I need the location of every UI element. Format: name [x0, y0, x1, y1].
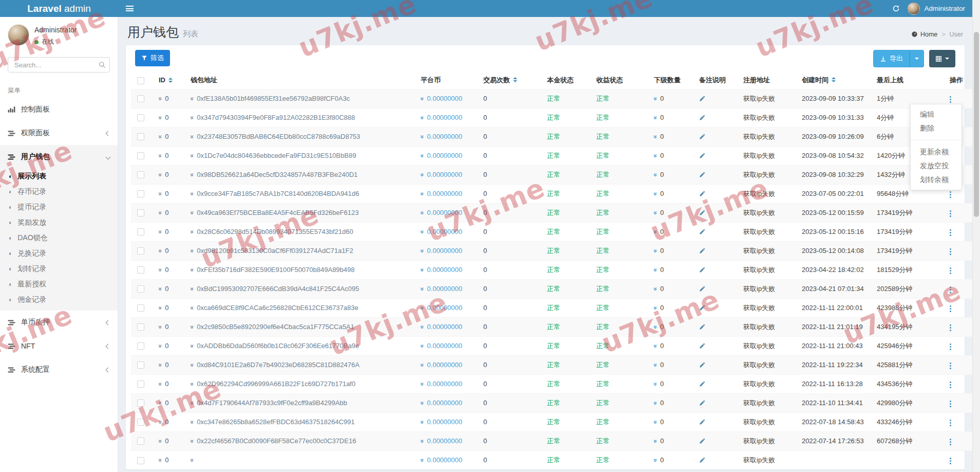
row-actions-icon[interactable]: [950, 324, 951, 326]
sort-icon[interactable]: [832, 77, 836, 82]
sidebar-subitem[interactable]: ◐最新授权: [0, 277, 118, 292]
expand-icon[interactable]: »: [652, 173, 659, 177]
expand-icon[interactable]: »: [157, 344, 164, 348]
wallet-address[interactable]: 0x28C6c06298d514Db089934071355E5743bf21d…: [197, 228, 353, 235]
expand-icon[interactable]: »: [419, 364, 426, 367]
expand-icon[interactable]: »: [157, 364, 164, 367]
wallet-address[interactable]: 0xFEf35b716dF382E590E9100F50070b849A89b4…: [197, 266, 354, 274]
expand-icon[interactable]: »: [189, 230, 196, 234]
expand-icon[interactable]: »: [419, 97, 426, 101]
row-actions-icon[interactable]: [950, 210, 951, 212]
wallet-address[interactable]: 0x49ca963Ef75BCEBa8E4A5F4cEAB5Fd326beF61…: [197, 209, 359, 216]
refresh-button[interactable]: [892, 5, 900, 12]
row-checkbox[interactable]: [137, 114, 144, 121]
user-menu[interactable]: Administrator: [908, 3, 965, 15]
expand-icon[interactable]: »: [419, 211, 426, 215]
platform-coin-value[interactable]: 0.00000000: [427, 114, 462, 121]
edit-note-icon[interactable]: [699, 209, 706, 217]
row-checkbox[interactable]: [137, 419, 144, 426]
row-actions-icon[interactable]: [950, 305, 951, 307]
wallet-address[interactable]: 0x98DB526621a64Dec5cfD324857A487B3FBe240…: [197, 171, 357, 178]
expand-icon[interactable]: »: [157, 287, 164, 291]
row-checkbox[interactable]: [137, 342, 144, 350]
expand-icon[interactable]: »: [652, 192, 659, 196]
wallet-address[interactable]: 0x2c9850cB5e8920290ef6e4Cbac5ca1F775CCa5…: [197, 323, 354, 331]
platform-coin-value[interactable]: 0.00000000: [427, 361, 462, 369]
expand-icon[interactable]: »: [189, 173, 196, 177]
column-selector-button[interactable]: [929, 50, 955, 67]
expand-icon[interactable]: »: [419, 287, 426, 291]
sidebar-subitem[interactable]: ◐存币记录: [0, 184, 118, 199]
edit-note-icon[interactable]: [699, 400, 706, 408]
expand-icon[interactable]: »: [652, 440, 659, 443]
row-checkbox[interactable]: [137, 400, 144, 407]
expand-icon[interactable]: »: [652, 344, 659, 348]
row-actions-icon[interactable]: [950, 382, 951, 383]
expand-icon[interactable]: »: [419, 116, 426, 120]
expand-icon[interactable]: »: [157, 421, 164, 424]
wallet-address[interactable]: 0x22cf46567B0Cd0090F68F58Ce77ec00c0C37DE…: [197, 437, 356, 445]
expand-icon[interactable]: »: [189, 364, 196, 367]
menu-item-airdrop[interactable]: 发放空投: [911, 159, 962, 173]
expand-icon[interactable]: »: [189, 192, 196, 196]
expand-icon[interactable]: »: [157, 211, 164, 215]
expand-icon[interactable]: »: [157, 459, 164, 462]
expand-icon[interactable]: »: [652, 402, 659, 405]
platform-coin-value[interactable]: 0.00000000: [427, 133, 462, 140]
wallet-address[interactable]: 0xBdC19953092707E666CdB39dA4c841F25C4Ac0…: [197, 285, 359, 293]
sidebar-subitem[interactable]: ◐提币记录: [0, 199, 118, 215]
expand-icon[interactable]: »: [189, 344, 196, 348]
expand-icon[interactable]: »: [419, 192, 426, 196]
expand-icon[interactable]: »: [652, 459, 659, 462]
expand-icon[interactable]: »: [419, 154, 426, 158]
sidebar-subitem[interactable]: ◐展示列表: [0, 169, 118, 184]
sidebar-item-permission[interactable]: 权限面板: [0, 121, 118, 145]
wallet-address[interactable]: 0xADDBb6DdaD560f6b0b1C8c062F306Ee61770Ba…: [197, 342, 359, 350]
row-checkbox[interactable]: [137, 380, 144, 388]
expand-icon[interactable]: »: [157, 249, 164, 253]
expand-icon[interactable]: »: [419, 344, 426, 348]
expand-icon[interactable]: »: [189, 135, 196, 139]
expand-icon[interactable]: »: [189, 459, 196, 462]
platform-coin-value[interactable]: 0.00000000: [427, 285, 462, 293]
sidebar-subitem[interactable]: ◐划转记录: [0, 261, 118, 277]
expand-icon[interactable]: »: [652, 135, 659, 139]
sidebar-subitem[interactable]: ◐兑换记录: [0, 246, 118, 261]
row-checkbox[interactable]: [137, 266, 144, 274]
sidebar-subitem[interactable]: ◐佣金记录: [0, 292, 118, 307]
scrollbar-thumb[interactable]: [974, 32, 979, 217]
platform-coin-value[interactable]: 0.00000000: [427, 380, 462, 388]
menu-item-update-balance[interactable]: 更新余额: [911, 145, 962, 159]
expand-icon[interactable]: »: [189, 383, 196, 386]
expand-icon[interactable]: »: [419, 230, 426, 234]
row-checkbox[interactable]: [137, 247, 144, 255]
expand-icon[interactable]: »: [189, 287, 196, 291]
sort-icon[interactable]: [513, 77, 517, 82]
wallet-address[interactable]: 0x23748E3057BdBAB6C64EDb80ccC8788c69aD87…: [197, 133, 360, 140]
row-checkbox[interactable]: [137, 209, 144, 216]
expand-icon[interactable]: »: [157, 116, 164, 120]
wallet-address[interactable]: 0x9cce34F7aB185c7ABA1b7C8140d620B4BDA941…: [197, 190, 359, 197]
platform-coin-value[interactable]: 0.00000000: [427, 456, 462, 464]
edit-note-icon[interactable]: [699, 133, 706, 141]
expand-icon[interactable]: »: [652, 249, 659, 253]
platform-coin-value[interactable]: 0.00000000: [427, 399, 462, 407]
platform-coin-value[interactable]: 0.00000000: [427, 418, 462, 426]
expand-icon[interactable]: »: [189, 268, 196, 272]
sidebar-toggle-button[interactable]: [118, 0, 141, 17]
edit-note-icon[interactable]: [699, 266, 706, 275]
edit-note-icon[interactable]: [699, 457, 706, 465]
row-actions-icon[interactable]: [950, 458, 951, 459]
expand-icon[interactable]: »: [652, 306, 659, 310]
expand-icon[interactable]: »: [157, 440, 164, 443]
menu-item-delete[interactable]: 删除: [911, 121, 962, 135]
platform-coin-value[interactable]: 0.00000000: [427, 152, 462, 159]
expand-icon[interactable]: »: [419, 306, 426, 310]
sidebar-item-wallet[interactable]: 用户钱包: [0, 145, 118, 169]
expand-icon[interactable]: »: [419, 135, 426, 139]
platform-coin-value[interactable]: 0.00000000: [427, 266, 462, 274]
row-checkbox[interactable]: [137, 323, 144, 331]
edit-note-icon[interactable]: [699, 304, 706, 313]
sidebar-item-staking[interactable]: 单币质押: [0, 311, 118, 334]
expand-icon[interactable]: »: [652, 287, 659, 291]
